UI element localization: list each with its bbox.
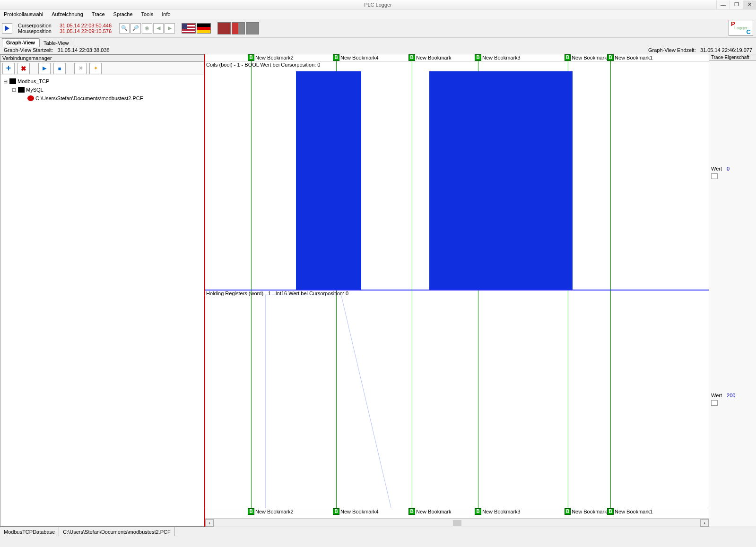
scroll-left-button[interactable]: ‹: [205, 519, 214, 527]
menu-aufzeichnung[interactable]: Aufzeichnung: [52, 11, 83, 17]
globe-icon: ◉: [145, 25, 149, 31]
wert-label: Wert: [711, 393, 722, 398]
add-button[interactable]: +: [2, 63, 15, 74]
menu-protokollauswahl[interactable]: Protokollauswahl: [4, 11, 43, 17]
bookmark-bar-top: BNew Bookmark2 BNew Bookmark4 BNew Bookm…: [205, 54, 709, 62]
scroll-right-button[interactable]: ›: [700, 519, 709, 527]
end-time-label: Graph-View Endzeit:: [648, 47, 696, 53]
bookmark[interactable]: BNew Bookmark5: [565, 54, 607, 61]
connection-manager-panel: Verbindungsmanager + ✖ ▶ ■ ✕ ✦ ⊟ Modbus_…: [0, 54, 204, 527]
bookmark-icon: B: [408, 508, 415, 515]
run-button[interactable]: ▶: [38, 63, 51, 74]
app-logo: PLoggerC: [729, 20, 753, 36]
tool2-button[interactable]: ✦: [89, 63, 102, 74]
value-row-2: Wert 200: [709, 392, 756, 399]
tree-child[interactable]: ⊟ MySQL: [2, 85, 202, 94]
bookmark[interactable]: BNew Bookmark: [408, 54, 452, 61]
bookmark-icon: B: [248, 54, 254, 61]
bookmark-icon: B: [333, 54, 339, 61]
bookmark[interactable]: BNew Bookmark4: [333, 508, 379, 515]
flag-de-button[interactable]: [197, 23, 211, 34]
bool-high-segment: [429, 71, 573, 290]
tree-leaf[interactable]: C:\Users\Stefan\Documents\modbustest2.PC…: [2, 94, 202, 103]
nav-home-button[interactable]: ◉: [142, 23, 152, 34]
bookmark[interactable]: BNew Bookmark4: [333, 54, 379, 61]
zoom-in-button[interactable]: 🔍: [119, 23, 130, 34]
play-button[interactable]: [2, 23, 12, 34]
bookmark-icon: B: [333, 508, 339, 515]
bookmark[interactable]: BNew Bookmark2: [248, 54, 294, 61]
stop-button[interactable]: ■: [53, 63, 66, 74]
tree-root-label: Modbus_TCP: [17, 78, 49, 84]
tab-table-view[interactable]: Table-View: [39, 39, 73, 47]
chart-holding-registers: Holding Registers (word) - 1 - Int16 Wer…: [205, 291, 709, 511]
bookmark-icon: B: [408, 54, 415, 61]
bookmark[interactable]: BNew Bookmark5: [565, 508, 607, 515]
connection-tree[interactable]: ⊟ Modbus_TCP ⊟ MySQL C:\Users\Stefan\Doc…: [0, 75, 204, 104]
color-red-button[interactable]: [217, 22, 231, 34]
cursor-pos-label: Curserposition: [18, 23, 60, 28]
window-title: PLC Logger: [364, 2, 392, 8]
scroll-thumb[interactable]: [453, 520, 461, 526]
bookmark-icon: B: [475, 508, 481, 515]
trace-play-2[interactable]: [711, 400, 718, 406]
trace-play-1[interactable]: [711, 173, 718, 179]
menu-tools[interactable]: Tools: [141, 11, 154, 17]
wert-value-1: 0: [727, 166, 730, 171]
mouse-pos-value: 31.05.14 22:09:10.576: [60, 28, 112, 34]
chart1-label: Coils (bool) - 1 - BOOL Wert bei Cursorp…: [206, 62, 320, 68]
bookmark-icon: B: [565, 508, 571, 515]
collapse-icon[interactable]: ⊟: [2, 78, 8, 85]
menubar: Protokollauswahl Aufzeichnung Trace Spra…: [0, 9, 756, 19]
tree-child-label: MySQL: [26, 87, 43, 93]
tree-root[interactable]: ⊟ Modbus_TCP: [2, 77, 202, 85]
graph-area: BNew Bookmark2 BNew Bookmark4 BNew Bookm…: [204, 54, 756, 527]
tool1-button[interactable]: ✕: [74, 63, 87, 74]
bookmark[interactable]: BNew Bookmark2: [248, 508, 294, 515]
status-file: C:\Users\Stefan\Documents\modbustest2.PC…: [59, 527, 174, 536]
minimize-button[interactable]: —: [716, 0, 730, 9]
tab-graph-view[interactable]: Graph-View: [2, 38, 39, 47]
bookmark[interactable]: BNew Bookmark1: [607, 508, 653, 515]
view-tabs: Graph-View Table-View: [0, 38, 756, 47]
nav-next-button[interactable]: ▶: [165, 23, 175, 34]
menu-info[interactable]: Info: [162, 11, 170, 17]
wert-value-2: 200: [727, 393, 735, 398]
zoom-out-button[interactable]: 🔎: [130, 23, 141, 34]
arrow-right-icon: ▶: [168, 25, 172, 31]
start-time-label: Graph-View Startzeit:: [4, 47, 53, 53]
graph-canvas[interactable]: BNew Bookmark2 BNew Bookmark4 BNew Bookm…: [204, 54, 709, 527]
statusbar: ModbusTCPDatabase C:\Users\Stefan\Docume…: [0, 527, 756, 536]
mouse-pos-label: Mouseposition: [18, 28, 60, 34]
close-button[interactable]: ✕: [743, 0, 756, 9]
trace-properties-panel: Trace-Eigenschaft Wert 0 Wert 200: [709, 54, 756, 527]
maximize-button[interactable]: ❐: [730, 0, 743, 9]
star-icon: ✦: [94, 65, 98, 71]
nav-prev-button[interactable]: ◀: [153, 23, 164, 34]
bookmark-icon: B: [248, 508, 254, 515]
wert-label: Wert: [711, 166, 722, 171]
color-grey-button[interactable]: [246, 22, 259, 34]
delete-button[interactable]: ✖: [17, 63, 30, 74]
menu-trace[interactable]: Trace: [92, 11, 105, 17]
bookmark[interactable]: BNew Bookmark3: [475, 54, 521, 61]
horizontal-scrollbar[interactable]: ‹ ›: [205, 518, 709, 527]
bookmark-bar-bottom: BNew Bookmark2 BNew Bookmark4 BNew Bookm…: [205, 508, 709, 515]
zoom-out-icon: 🔎: [132, 25, 139, 31]
flag-us-button[interactable]: [182, 23, 196, 34]
zoom-in-icon: 🔍: [121, 25, 128, 31]
file-icon: [27, 95, 34, 101]
toolbar: Curserposition31.05.14 22:03:50.446 Mous…: [0, 19, 756, 38]
line-plot: [205, 291, 709, 510]
collapse-icon[interactable]: ⊟: [11, 87, 17, 93]
bookmark[interactable]: BNew Bookmark: [408, 508, 452, 515]
bookmark[interactable]: BNew Bookmark1: [607, 54, 653, 61]
end-time-value: 31.05.14 22:46:19.077: [700, 47, 752, 53]
db-icon: [18, 87, 25, 93]
status-db: ModbusTCPDatabase: [0, 527, 59, 536]
color-split-button[interactable]: [232, 22, 245, 34]
bookmark[interactable]: BNew Bookmark3: [475, 508, 521, 515]
x-icon: ✖: [21, 65, 26, 72]
chart-coils: Coils (bool) - 1 - BOOL Wert bei Cursorp…: [205, 62, 709, 291]
menu-sprache[interactable]: Sprache: [113, 11, 133, 17]
